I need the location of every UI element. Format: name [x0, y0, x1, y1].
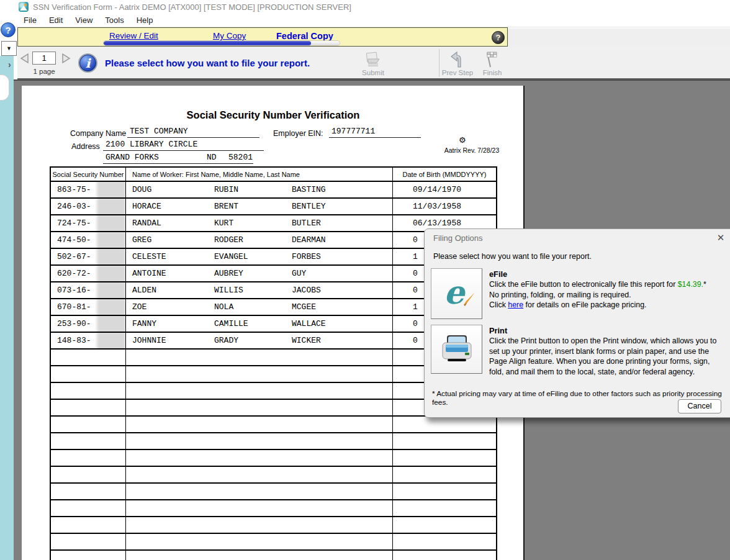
empty-table-row [51, 500, 496, 517]
dob-cell[interactable] [393, 433, 496, 449]
ssn-cell[interactable]: 073-16- [51, 282, 126, 298]
print-button[interactable] [431, 325, 482, 374]
filing-options-dialog: Filing Options ✕ Please select how you w… [424, 228, 730, 418]
worker-name-cell[interactable]: CELESTEEVANGELFORBES [126, 249, 393, 264]
gear-icon[interactable]: ⚙ [459, 135, 466, 145]
dob-cell[interactable] [393, 450, 496, 466]
worker-name-cell[interactable]: HORACEBRENTBENTLEY [126, 199, 393, 214]
close-icon[interactable]: ✕ [714, 232, 727, 243]
ssn-cell[interactable] [51, 534, 126, 549]
dob-cell[interactable] [393, 517, 496, 533]
ssn-cell[interactable] [51, 350, 126, 365]
employer-ein-field[interactable]: 197777711 [329, 127, 421, 138]
address-field[interactable]: 2100 LIBRARY CIRCLE [103, 140, 264, 151]
finish-button[interactable]: Finish [477, 50, 508, 76]
dob-cell[interactable]: 09/14/1970 [393, 182, 496, 197]
worker-name-cell[interactable]: FANNYCAMILLEWALLACE [126, 316, 393, 332]
finish-flag-icon [484, 50, 500, 68]
ssn-cell[interactable] [51, 417, 126, 432]
company-name-field[interactable]: TEST COMPANY [127, 127, 259, 138]
worker-name-cell[interactable] [126, 517, 393, 533]
ssn-cell[interactable]: 620-72- [51, 266, 126, 281]
menu-file[interactable]: File [17, 14, 43, 27]
ssn-cell[interactable] [51, 366, 126, 382]
dob-cell[interactable]: 11/03/1958 [393, 199, 496, 214]
submit-button[interactable]: Submit [353, 50, 394, 76]
tab-review-edit[interactable]: Review / Edit [109, 31, 158, 40]
menu-help[interactable]: Help [130, 14, 160, 27]
side-panel-handle[interactable] [0, 75, 9, 101]
worker-name-cell[interactable] [126, 417, 393, 432]
ssn-cell[interactable] [51, 484, 126, 499]
prev-step-button[interactable]: Prev Step [438, 50, 477, 76]
expand-chevron-icon[interactable]: › [8, 60, 11, 70]
menu-view[interactable]: View [69, 14, 99, 27]
worker-name-cell[interactable]: ALDENWILLISJACOBS [126, 282, 393, 298]
next-page-icon[interactable] [60, 52, 72, 65]
worker-name-cell[interactable] [126, 500, 393, 516]
ssn-cell[interactable] [51, 383, 126, 399]
question-mark-icon[interactable]: ? [492, 31, 505, 44]
ssn-cell[interactable] [51, 467, 126, 482]
prev-page-icon[interactable] [19, 52, 31, 65]
dob-cell[interactable] [393, 417, 496, 432]
worker-name-cell[interactable]: ZOENOLAMCGEE [126, 299, 393, 315]
city-state-zip-field[interactable]: GRAND FORKS ND 58201 [103, 153, 253, 164]
worker-name-cell[interactable]: GREGRODGERDEARMAN [126, 232, 393, 248]
ssn-cell[interactable]: 502-67- [51, 249, 126, 264]
ssn-cell[interactable] [51, 551, 126, 560]
printer-icon [440, 334, 474, 365]
worker-name-cell[interactable]: JOHNNIEGRADYWICKER [126, 333, 393, 348]
pricing-link[interactable]: here [508, 300, 523, 309]
efile-button[interactable]: e [431, 268, 482, 319]
ssn-redaction [97, 215, 126, 231]
worker-name-cell[interactable] [126, 467, 393, 482]
dob-cell[interactable] [393, 551, 496, 560]
dob-cell[interactable] [393, 484, 496, 499]
worker-name-cell[interactable] [126, 551, 393, 560]
menu-edit[interactable]: Edit [43, 14, 69, 27]
cancel-button[interactable]: Cancel [678, 399, 721, 413]
tab-my-copy[interactable]: My Copy [213, 31, 246, 40]
worker-name-cell[interactable] [126, 433, 393, 449]
worker-name-cell[interactable] [126, 400, 393, 415]
tab-federal-copy[interactable]: Federal Copy [276, 31, 333, 41]
print-body: Click the Print button to open the Print… [489, 336, 730, 377]
ssn-cell[interactable] [51, 400, 126, 415]
efile-pen-icon [457, 291, 476, 307]
ssn-cell[interactable] [51, 517, 126, 533]
ssn-cell[interactable]: 724-75- [51, 215, 126, 231]
dob-cell[interactable] [393, 467, 496, 482]
ssn-cell[interactable] [51, 433, 126, 449]
worker-name-cell[interactable]: DOUGRUBINBASTING [126, 182, 393, 197]
worker-name-cell[interactable]: ANTOINEAUBREYGUY [126, 266, 393, 281]
ssn-cell[interactable]: 148-83- [51, 333, 126, 348]
worker-name-cell[interactable] [126, 366, 393, 382]
print-heading: Print [489, 326, 730, 336]
efile-description: eFile Click the eFile button to electron… [489, 269, 730, 310]
dob-cell[interactable] [393, 500, 496, 516]
worker-name-cell[interactable] [126, 350, 393, 365]
menu-tools[interactable]: Tools [99, 14, 130, 27]
worker-name-cell[interactable] [126, 534, 393, 549]
aatrix-app-icon [19, 2, 29, 12]
help-icon[interactable]: ? [1, 22, 16, 37]
zip-value: 58201 [228, 153, 253, 162]
worker-name-cell[interactable] [126, 450, 393, 466]
worker-name-cell[interactable] [126, 484, 393, 499]
dob-cell[interactable] [393, 534, 496, 549]
ssn-cell[interactable]: 474-50- [51, 232, 126, 248]
empty-table-row [51, 534, 496, 551]
chevron-down-icon[interactable]: ▼ [1, 41, 17, 56]
ssn-cell[interactable]: 246-03- [51, 199, 126, 214]
page-number-input[interactable] [32, 52, 56, 65]
ssn-cell[interactable] [51, 500, 126, 516]
efile-line1: Click the eFile button to electronically… [489, 279, 730, 290]
ssn-cell[interactable]: 863-75- [51, 182, 126, 197]
ssn-cell[interactable]: 670-81- [51, 299, 126, 315]
worker-name-cell[interactable] [126, 383, 393, 399]
efile-line3: Click here for details on eFile package … [489, 300, 730, 310]
ssn-cell[interactable] [51, 450, 126, 466]
ssn-cell[interactable]: 253-90- [51, 316, 126, 332]
worker-name-cell[interactable]: RANDALKURTBUTLER [126, 215, 393, 231]
